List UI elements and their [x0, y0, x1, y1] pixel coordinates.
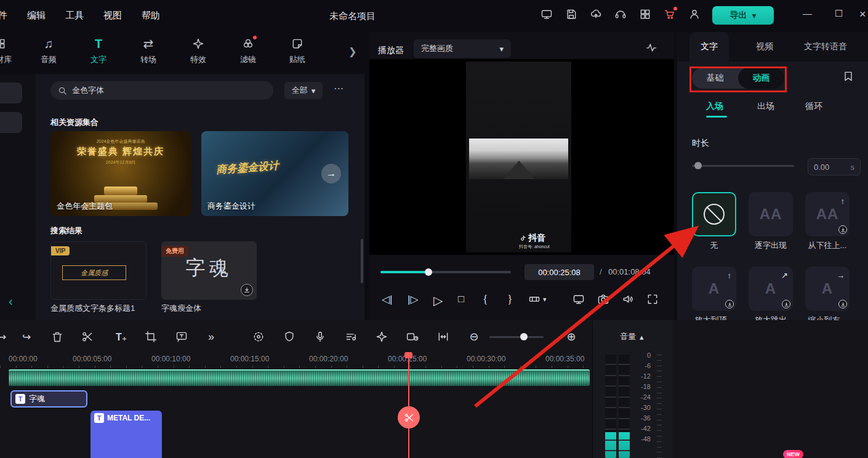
- volume-button[interactable]: [622, 293, 634, 305]
- export-button[interactable]: 导出 ▾: [712, 6, 774, 25]
- scopes-icon[interactable]: [645, 41, 657, 54]
- store-cart-icon[interactable]: [664, 8, 676, 20]
- tab-audio[interactable]: ♫ 音频: [34, 37, 63, 65]
- tab-transition[interactable]: ⇄ 转场: [134, 37, 163, 65]
- audio-mixer-button[interactable]: [343, 329, 359, 345]
- tab-stickers[interactable]: 贴纸: [283, 37, 312, 65]
- export-chevron-icon[interactable]: ▾: [752, 10, 756, 20]
- fullscreen-button[interactable]: [646, 293, 659, 305]
- video-stage[interactable]: 抖音 抖音号: ahoncut: [369, 59, 674, 255]
- preset-bottom-up[interactable]: AA ↑: [805, 192, 850, 236]
- timeline-ruler[interactable]: 00:00:00 00:00:05:00 00:00:10:00 00:00:1…: [0, 352, 592, 368]
- card-art-text: 2024金色年会盛典邀请函: [50, 139, 191, 145]
- anim-tab-loop[interactable]: 循环: [805, 101, 822, 112]
- save-project-icon[interactable]: [565, 8, 577, 20]
- color-adjust-button[interactable]: [251, 329, 267, 345]
- playhead-line[interactable]: [408, 352, 409, 458]
- quick-trim-button[interactable]: ▾: [528, 293, 547, 305]
- close-button[interactable]: ×: [859, 8, 866, 21]
- tab-effects[interactable]: 特效: [183, 37, 213, 65]
- record-voiceover-button[interactable]: [312, 329, 328, 345]
- more-tools-chevron[interactable]: »: [203, 329, 219, 345]
- tab-filters[interactable]: 滤镜: [233, 37, 263, 65]
- zoom-out-button[interactable]: ⊖: [466, 329, 482, 345]
- mask-button[interactable]: [281, 329, 297, 345]
- zoom-in-button[interactable]: ⊕: [563, 329, 579, 345]
- menu-edit[interactable]: 编辑: [27, 10, 46, 22]
- delete-button[interactable]: [49, 329, 65, 345]
- menu-view[interactable]: 视图: [103, 10, 122, 22]
- apps-grid-icon[interactable]: [639, 8, 651, 20]
- playhead-split-button[interactable]: [398, 406, 420, 428]
- maximize-button[interactable]: ☐: [835, 8, 843, 19]
- text-clip-zihun[interactable]: T 字魂: [10, 390, 87, 408]
- timeline-zoom-slider[interactable]: [489, 336, 544, 338]
- add-text-button[interactable]: T₊: [113, 329, 129, 345]
- download-icon[interactable]: [241, 284, 253, 296]
- split-scissors-button[interactable]: [79, 329, 95, 345]
- preset-shrink-right[interactable]: A →: [805, 267, 850, 311]
- filter-dropdown[interactable]: 全部 ▾: [284, 82, 323, 99]
- tab-text-to-speech[interactable]: 文字转语音: [793, 32, 858, 62]
- duration-slider[interactable]: [692, 165, 794, 167]
- menu-file[interactable]: 文件: [0, 10, 7, 22]
- tab-library[interactable]: 素材库: [0, 37, 15, 65]
- player-label: 播放器: [378, 45, 404, 56]
- crop-button[interactable]: [143, 329, 159, 345]
- preset-zoom-pop[interactable]: A ↗: [749, 267, 793, 311]
- mark-out-button[interactable]: }: [507, 293, 513, 306]
- category-item[interactable]: [0, 112, 22, 133]
- mode-animation[interactable]: 动画: [738, 68, 784, 89]
- auto-ripple-button[interactable]: [435, 329, 451, 345]
- caption-button[interactable]: [174, 329, 190, 345]
- quality-dropdown[interactable]: 完整画质 ▾: [414, 39, 511, 58]
- render-preview-button[interactable]: [374, 329, 390, 345]
- support-headset-icon[interactable]: [614, 8, 627, 20]
- play-button[interactable]: ▷: [433, 293, 443, 308]
- tab-text[interactable]: T 文字: [84, 37, 113, 65]
- preset-none[interactable]: [692, 192, 736, 236]
- search-result-zihun-font[interactable]: 免费用 字魂: [161, 241, 257, 300]
- menu-tools[interactable]: 工具: [65, 10, 84, 22]
- search-input[interactable]: [72, 86, 266, 95]
- mirror-display-button[interactable]: [573, 293, 585, 305]
- text-clip-metal[interactable]: T METAL DE...: [90, 411, 162, 458]
- volume-meter-header[interactable]: 音量 ▴: [620, 331, 644, 342]
- next-arrow-button[interactable]: →: [321, 164, 341, 183]
- redo-icon[interactable]: ↪: [18, 329, 34, 345]
- stop-button[interactable]: □: [458, 293, 464, 305]
- mark-in-button[interactable]: {: [483, 293, 488, 306]
- zoom-slider-handle[interactable]: [520, 333, 528, 340]
- snapshot-button[interactable]: [597, 293, 609, 305]
- preset-zoom-to-top[interactable]: A ↑: [692, 267, 736, 311]
- audio-waveform-clip[interactable]: [9, 369, 590, 386]
- resource-card-gold-annual[interactable]: 2024金色年会盛典邀请函 荣誉盛典 辉煌共庆 2024年12月8日 金色年会主…: [50, 131, 191, 216]
- cloud-upload-icon[interactable]: [590, 8, 602, 20]
- previous-frame-button[interactable]: ◁|: [382, 293, 393, 306]
- bookmark-icon[interactable]: [842, 70, 854, 82]
- duration-value-box[interactable]: 0.00 s: [808, 158, 861, 175]
- tab-video-properties[interactable]: 视频: [745, 32, 784, 62]
- resource-card-business-gold[interactable]: 商务鎏金设计 → 商务鎏金设计: [201, 131, 348, 216]
- collapse-panel-chevron[interactable]: ‹: [9, 294, 13, 308]
- panel-scrollbar[interactable]: [361, 239, 363, 283]
- more-options-button[interactable]: ⋯: [334, 82, 345, 94]
- display-mode-icon[interactable]: [540, 8, 553, 20]
- account-icon[interactable]: [688, 8, 701, 20]
- screen-record-button[interactable]: [404, 329, 420, 345]
- preset-typeon[interactable]: AA: [749, 192, 793, 236]
- mode-basic[interactable]: 基础: [692, 68, 738, 89]
- menu-help[interactable]: 帮助: [142, 10, 160, 22]
- media-tabs-expand-chevron[interactable]: ❯: [348, 46, 356, 57]
- anim-tab-out[interactable]: 出场: [757, 101, 774, 112]
- duration-slider-handle[interactable]: [694, 162, 702, 169]
- tab-text-properties[interactable]: 文字: [689, 32, 729, 62]
- undo-icon[interactable]: ↪: [0, 329, 10, 345]
- seek-handle[interactable]: [425, 268, 432, 276]
- minimize-button[interactable]: —: [803, 8, 812, 18]
- seek-bar[interactable]: [380, 271, 511, 273]
- category-item[interactable]: [0, 82, 22, 103]
- next-frame-button[interactable]: |▷: [408, 293, 419, 306]
- search-result-metal-title[interactable]: VIP 金属质感: [50, 241, 147, 300]
- anim-tab-in[interactable]: 入场: [706, 101, 723, 112]
